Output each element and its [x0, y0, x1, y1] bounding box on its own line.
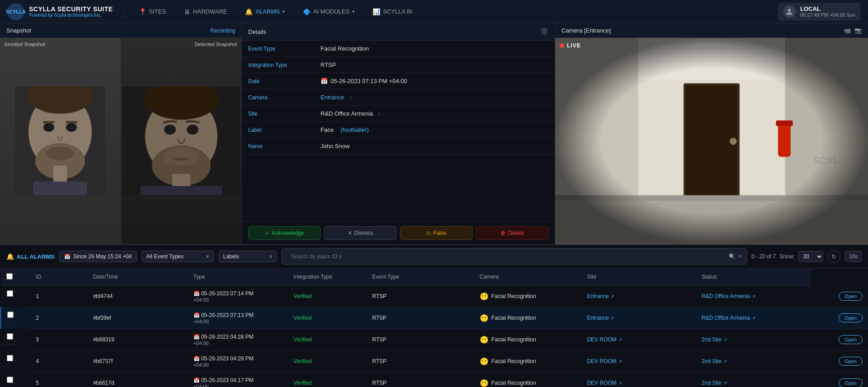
row-date: 📅05-26-2023 04:17 PM	[193, 377, 283, 383]
row-site: 2nd Site ↗	[696, 350, 811, 372]
row-checkbox[interactable]	[7, 333, 13, 340]
clear-search-icon[interactable]: ✕	[737, 253, 742, 260]
status-badge: Open	[839, 335, 863, 344]
site-link[interactable]: 2nd Site ↗	[702, 336, 805, 343]
details-row-date: Date 📅 05-26-2023 07:13 PM +04:00	[242, 73, 555, 89]
acknowledge-button[interactable]: ✓ Acknowledge	[248, 226, 321, 240]
external-link-icon: ↗	[610, 316, 614, 321]
row-checkbox-cell	[1, 372, 19, 387]
camera-link[interactable]: Entrance ↗	[587, 293, 690, 299]
site-link[interactable]: 2nd Site ↗	[702, 380, 805, 386]
row-checkbox[interactable]	[7, 290, 13, 297]
bi-icon: 📊	[373, 8, 380, 15]
row-type: Verified	[288, 307, 367, 329]
th-datetime: Date/Time	[88, 269, 188, 286]
shield-icon	[540, 27, 548, 37]
details-row-site: Site R&D Office Armenia ›	[242, 106, 555, 122]
details-panel: Details Event Type Facial Recognition In…	[242, 23, 555, 244]
camera-val[interactable]: Entrance ›	[321, 94, 351, 101]
page-range: 0 - 20 of 7	[751, 253, 776, 260]
row-checkbox-cell	[1, 286, 19, 302]
th-camera: Camera	[474, 269, 582, 286]
label-face: Face	[321, 126, 334, 133]
row-checkbox[interactable]	[7, 377, 13, 383]
date-filter-value: Since 26 May 15:24 +04	[73, 253, 132, 260]
row-checkbox[interactable]	[7, 355, 13, 361]
site-val[interactable]: R&D Office Armenia ›	[321, 110, 380, 117]
nav-divider	[124, 5, 124, 19]
row-checkbox[interactable]	[7, 312, 14, 318]
screenshot-icon[interactable]: 📷	[854, 27, 862, 34]
interval-button[interactable]: 10s	[845, 251, 862, 262]
site-external-icon: ↗	[723, 359, 727, 364]
camera-link[interactable]: DEV ROOM ↗	[587, 358, 690, 364]
video-icon[interactable]: 📹	[844, 27, 851, 34]
row-status: Open	[811, 372, 868, 387]
date-value: 05-26-2023 07:13 PM +04:00	[330, 78, 407, 84]
row-datetime: 📅05-26-2023 04:28 PM +04:00	[188, 329, 288, 350]
row-offset: +04:00	[193, 319, 283, 324]
labels-filter[interactable]: Labels ▾	[218, 251, 277, 262]
external-link-icon: ↗	[618, 337, 622, 342]
select-all-checkbox[interactable]	[6, 273, 13, 280]
bell-icon: 🔔	[245, 8, 253, 15]
table-row[interactable]: 1 #bf4744 📅05-26-2023 07:14 PM +04:00 Ve…	[1, 285, 868, 307]
nav-hardware-label: HARDWARE	[193, 8, 227, 15]
camera-scene: SCYL	[555, 38, 868, 244]
live-badge: LIVE	[560, 42, 581, 49]
row-site: R&D Office Armenia ↗	[696, 285, 811, 307]
site-link[interactable]: 2nd Site ↗	[702, 358, 805, 364]
camera-link[interactable]: Entrance ↗	[587, 315, 690, 321]
false-button[interactable]: ⚠ False	[400, 226, 472, 240]
svg-rect-6	[66, 121, 77, 123]
logo-text: SCYLLA	[6, 9, 26, 14]
site-external-icon: ↗	[723, 381, 727, 386]
row-id: #bf39ef	[88, 307, 188, 329]
delete-button[interactable]: 🗑 Delete	[476, 226, 548, 240]
table-row[interactable]: 3 #b68319 📅05-26-2023 04:28 PM +04:00 Ve…	[1, 329, 868, 350]
all-alarms-label: 🔔 ALL ALARMS	[6, 253, 55, 260]
table-row[interactable]: 2 #bf39ef 📅05-26-2023 07:13 PM +04:00 Ve…	[1, 307, 868, 329]
show-select[interactable]: 20 50 100	[798, 251, 823, 262]
logo-circle: SCYLLA	[7, 3, 24, 20]
camera-link[interactable]: DEV ROOM ↗	[587, 380, 690, 386]
date-key: Date	[248, 78, 321, 84]
date-filter[interactable]: 📅 Since 26 May 15:24 +04	[59, 251, 137, 262]
search-alarm-input[interactable]	[287, 251, 729, 262]
row-num: 4	[30, 350, 88, 372]
warning-icon: ⚠	[426, 230, 431, 236]
user-name: LOCAL	[800, 5, 855, 12]
row-integration: RTSP	[367, 372, 474, 387]
event-type-filter[interactable]: All Event Types ▾	[142, 251, 214, 262]
snapshot-header: Snapshot Recording	[0, 23, 241, 38]
details-header: Details	[242, 23, 555, 41]
event-type-value: Facial Recognition	[491, 380, 536, 386]
labels-filter-label: Labels	[223, 253, 239, 260]
camera-link[interactable]: DEV ROOM ↗	[587, 336, 690, 343]
face-event-icon: 😶	[480, 292, 489, 301]
user-menu[interactable]: LOCAL 06:27:48 PM +04:00 Sun	[778, 3, 861, 21]
recording-button[interactable]: Recording	[210, 28, 235, 34]
event-type-value: Facial Recognition	[491, 315, 536, 321]
detected-snapshot: Detected Snapshot	[121, 38, 242, 244]
nav-item-alarms[interactable]: 🔔 ALARMS ▾	[241, 5, 288, 18]
nav-item-ai[interactable]: 🔷 AI MODULES ▾	[299, 5, 358, 18]
details-row-event-type: Event Type Facial Recognition	[242, 41, 555, 57]
refresh-button[interactable]: ↻	[828, 250, 840, 263]
site-link[interactable]: R&D Office Armenia ↗	[702, 315, 805, 321]
table-row[interactable]: 5 #b6617d 📅05-26-2023 04:17 PM +04:00 Ve…	[1, 372, 868, 387]
external-link-icon: ↗	[610, 294, 614, 299]
delete-label: Delete	[508, 230, 524, 236]
refresh-icon: ↻	[831, 253, 836, 260]
table-row[interactable]: 4 #b6737f 📅05-26-2023 04:28 PM +04:00 Ve…	[1, 350, 868, 372]
brand-text: SCYLLA SECURITY SUITE Powered by Scylla …	[29, 5, 113, 18]
nav-item-sites[interactable]: 📍 SITES	[135, 5, 170, 18]
nav-item-hardware[interactable]: 🖥 HARDWARE	[180, 5, 231, 18]
dismiss-button[interactable]: ✕ Dismiss	[324, 226, 396, 240]
site-external-icon: ↗	[723, 337, 727, 342]
nav-item-bi[interactable]: 📊 SCYLLA BI	[369, 5, 416, 18]
row-checkbox-cell	[1, 307, 19, 323]
site-link[interactable]: R&D Office Armenia ↗	[702, 293, 805, 299]
site-key: Site	[248, 111, 321, 117]
detected-label: Detected Snapshot	[194, 42, 237, 47]
